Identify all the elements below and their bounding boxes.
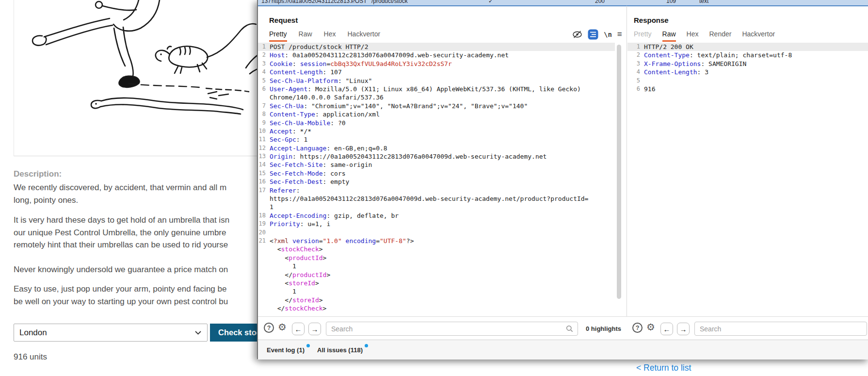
request-editor-scrollbar[interactable]: [617, 45, 621, 299]
search-next-button[interactable]: →: [308, 323, 321, 335]
code-line[interactable]: Chrome/140.0.0.0 Safari/537.36: [258, 93, 615, 101]
line-number: 3: [627, 60, 643, 68]
code-line[interactable]: 1POST /product/stock HTTP/2: [258, 43, 615, 51]
stock-units-text: 916 units: [14, 352, 47, 362]
request-search-input[interactable]: [326, 325, 566, 333]
line-number: [258, 287, 269, 295]
tab-response-hex[interactable]: Hex: [687, 30, 699, 42]
request-editor[interactable]: 1POST /product/stock HTTP/22Host: 0a1a00…: [258, 43, 615, 313]
line-number: 5: [258, 77, 269, 85]
line-number: [258, 203, 269, 211]
code-line[interactable]: 5: [627, 77, 868, 85]
code-line[interactable]: 2Content-Type: text/plain; charset=utf-8: [627, 51, 868, 59]
code-line[interactable]: 3Cookie: session=cbBq33QxfVUL9ad4RoLY3iv…: [258, 60, 615, 68]
editor-menu-icon[interactable]: ≡: [617, 30, 622, 39]
line-number: 13: [258, 152, 269, 161]
code-line[interactable]: 13Origin: https://0a1a0052043112c2813d07…: [258, 152, 615, 161]
code-line[interactable]: 2Host: 0a1a0052043112c2813d076a0047009d.…: [258, 51, 615, 59]
description-paragraph: Easy to use, just pop under your arm, po…: [14, 283, 228, 308]
all-issues-tab[interactable]: All issues (118): [317, 346, 363, 354]
paragraph-line: remotely hint that their umbrellas can b…: [14, 239, 229, 251]
code-line[interactable]: 1: [258, 262, 615, 270]
tab-request-raw[interactable]: Raw: [299, 30, 312, 42]
tab-response-hackvertor[interactable]: Hackvertor: [742, 30, 775, 42]
search-icon: [566, 325, 573, 332]
request-tabs: Pretty Raw Hex Hackvertor: [269, 30, 380, 42]
search-next-button[interactable]: →: [677, 323, 690, 335]
history-row-url: https://0a1a0052043112c2813...: [272, 0, 354, 4]
paragraph-line: our unique Pest Control Umbrella, the on…: [14, 227, 229, 239]
gear-icon[interactable]: ⚙: [646, 322, 655, 332]
code-line[interactable]: 5Sec-Ch-Ua-Platform: "Linux": [258, 77, 615, 85]
response-search-input[interactable]: [695, 325, 867, 333]
code-line[interactable]: <storeId>: [258, 279, 615, 287]
code-line[interactable]: <productId>: [258, 254, 615, 262]
line-number: 6: [627, 85, 643, 93]
hide-nonprintable-icon[interactable]: [572, 30, 582, 39]
response-tabs: Pretty Raw Hex Render Hackvertor: [634, 30, 775, 42]
tab-request-hackvertor[interactable]: Hackvertor: [348, 30, 381, 42]
paragraph-line: Never knowingly undersold we guarantee a…: [14, 263, 228, 276]
code-line[interactable]: 18Accept-Encoding: gzip, deflate, br: [258, 212, 615, 220]
tab-request-hex[interactable]: Hex: [324, 30, 336, 42]
tab-response-render[interactable]: Render: [709, 30, 732, 42]
code-line[interactable]: 8Content-Type: application/xml: [258, 110, 615, 118]
line-number: [258, 296, 269, 304]
code-line[interactable]: 19Priority: u=1, i: [258, 220, 615, 228]
gear-icon[interactable]: ⚙: [278, 322, 287, 332]
code-line[interactable]: 6User-Agent: Mozilla/5.0 (X11; Linux x86…: [258, 85, 615, 93]
line-number: 9: [258, 119, 269, 127]
pretty-print-icon[interactable]: [588, 29, 598, 40]
code-line[interactable]: 9Sec-Ch-Ua-Mobile: ?0: [258, 119, 615, 127]
code-line[interactable]: 12Accept-Language: en-GB,en;q=0.8: [258, 144, 615, 152]
history-row-id: 137: [261, 0, 271, 4]
tab-request-pretty[interactable]: Pretty: [269, 30, 287, 42]
store-select[interactable]: London: [14, 324, 208, 342]
code-line[interactable]: 6916: [627, 85, 868, 93]
code-line[interactable]: </productId>: [258, 271, 615, 279]
code-line[interactable]: 14Sec-Fetch-Site: same-origin: [258, 161, 615, 169]
code-line[interactable]: 16Sec-Fetch-Dest: empty: [258, 178, 615, 186]
code-line[interactable]: 11Sec-Gpc: 1: [258, 135, 615, 144]
tab-response-pretty[interactable]: Pretty: [634, 30, 652, 42]
event-log-tab[interactable]: Event log (1): [267, 346, 305, 354]
return-to-list-link[interactable]: < Return to list: [636, 363, 691, 373]
search-prev-button[interactable]: ←: [660, 323, 673, 335]
line-number: 4: [258, 68, 269, 76]
panel-divider[interactable]: [627, 6, 627, 340]
code-line[interactable]: 10Accept: */*: [258, 127, 615, 135]
code-line[interactable]: 21<?xml version="1.0" encoding="UTF-8"?>: [258, 237, 615, 245]
code-line[interactable]: </stockCheck>: [258, 304, 615, 312]
help-icon[interactable]: ?: [264, 323, 274, 333]
code-line[interactable]: 4Content-Length: 107: [258, 68, 615, 76]
request-panel-title: Request: [269, 16, 298, 24]
code-line[interactable]: 20: [258, 229, 615, 237]
code-line[interactable]: 4Content-Length: 3: [627, 68, 868, 76]
paragraph-line: be well on your way to starting up your …: [14, 295, 228, 308]
store-select-value: London: [19, 328, 47, 338]
response-editor[interactable]: 1HTTP/2 200 OK2Content-Type: text/plain;…: [627, 43, 868, 93]
ground-sketch: [129, 83, 249, 99]
code-line[interactable]: <stockCheck>: [258, 245, 615, 253]
request-search-box: [326, 322, 578, 336]
code-line[interactable]: 1HTTP/2 200 OK: [627, 43, 868, 51]
code-line[interactable]: 7Sec-Ch-Ua: "Chromium";v="140", "Not=A?B…: [258, 102, 615, 110]
code-line[interactable]: 1: [258, 203, 615, 211]
code-line[interactable]: https://0a1a0052043112c2813d076a0047009d…: [258, 195, 615, 203]
history-row[interactable]: 137 https://0a1a0052043112c2813... POST …: [258, 0, 868, 6]
line-number: [258, 245, 269, 253]
tab-response-raw[interactable]: Raw: [662, 30, 676, 42]
footer-bar: Event log (1) All issues (118): [258, 340, 868, 360]
code-line[interactable]: 15Sec-Fetch-Mode: cors: [258, 169, 615, 178]
search-prev-button[interactable]: ←: [292, 323, 305, 335]
help-icon[interactable]: ?: [632, 323, 643, 333]
code-line[interactable]: 1: [258, 287, 615, 295]
code-line[interactable]: 3X-Frame-Options: SAMEORIGIN: [627, 60, 868, 68]
highlights-count: 0 highlights: [586, 325, 621, 332]
code-line[interactable]: </storeId>: [258, 296, 615, 304]
newline-toggle-icon[interactable]: \n: [604, 31, 612, 38]
line-number: 19: [258, 220, 269, 228]
line-number: 4: [627, 68, 643, 76]
response-search-box: [694, 322, 867, 336]
code-line[interactable]: 17Referer:: [258, 186, 615, 195]
